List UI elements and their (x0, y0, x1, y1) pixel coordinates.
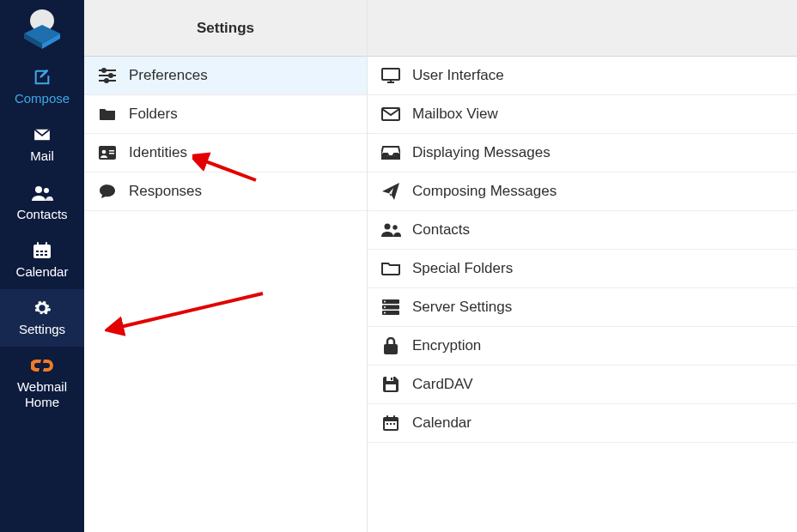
row-label: Preferences (129, 67, 208, 84)
settings-item-folders[interactable]: Folders (84, 95, 367, 134)
inbox-icon (380, 144, 402, 161)
svg-rect-15 (45, 254, 47, 256)
nav-compose[interactable]: Compose (0, 58, 84, 116)
row-label: Encryption (412, 337, 481, 354)
svg-point-19 (109, 74, 113, 77)
pref-item-user-interface[interactable]: User Interface (368, 57, 797, 95)
svg-rect-11 (40, 251, 43, 252)
row-label: Folders (129, 106, 178, 123)
svg-rect-26 (382, 69, 399, 80)
app-logo (0, 0, 84, 58)
row-label: Responses (129, 183, 202, 200)
calendar-small-icon (380, 414, 402, 432)
settings-column-header: Settings (84, 0, 367, 57)
nav-contacts[interactable]: Contacts (0, 174, 84, 232)
nav-label: Webmail Home (17, 379, 67, 409)
settings-item-responses[interactable]: Responses (84, 172, 367, 211)
row-label: Calendar (412, 414, 472, 432)
speech-bubble-icon (96, 183, 119, 200)
svg-point-30 (385, 224, 391, 230)
svg-point-35 (384, 301, 386, 303)
svg-point-36 (384, 306, 386, 308)
pref-item-composing-messages[interactable]: Composing Messages (368, 172, 797, 211)
folder-outline-icon (380, 260, 402, 277)
row-label: Displaying Messages (412, 144, 551, 161)
server-icon (380, 299, 402, 316)
id-card-icon (96, 144, 119, 161)
svg-rect-44 (393, 415, 395, 419)
pref-item-server-settings[interactable]: Server Settings (368, 288, 797, 327)
folder-icon (96, 106, 119, 123)
svg-point-5 (44, 188, 49, 193)
people-icon (380, 221, 402, 239)
contacts-icon (31, 183, 53, 203)
nav-label: Settings (19, 322, 65, 336)
settings-item-identities[interactable]: Identities (84, 134, 367, 172)
svg-point-17 (102, 69, 106, 72)
svg-point-37 (384, 312, 386, 314)
svg-rect-13 (36, 254, 39, 256)
svg-point-31 (392, 225, 397, 229)
nav-label: Contacts (16, 207, 67, 221)
envelope-icon (380, 106, 402, 123)
svg-rect-48 (393, 423, 395, 425)
row-label: Contacts (412, 221, 470, 239)
nav-calendar[interactable]: Calendar (0, 232, 84, 289)
nav-label: Mail (30, 148, 54, 163)
svg-rect-41 (386, 384, 396, 390)
paper-plane-icon (380, 183, 402, 200)
pref-item-special-folders[interactable]: Special Folders (368, 250, 797, 288)
monitor-icon (380, 67, 402, 84)
row-label: Composing Messages (412, 183, 557, 200)
gear-icon (33, 298, 52, 318)
nav-settings[interactable]: Settings (0, 289, 84, 347)
svg-point-4 (35, 186, 42, 193)
app-sidebar: Compose Mail Contacts Calendar (0, 0, 84, 532)
row-label: CardDAV (412, 376, 473, 393)
column-title: Settings (197, 20, 254, 37)
pref-item-displaying-messages[interactable]: Displaying Messages (368, 134, 797, 172)
nav-webmail-home[interactable]: Webmail Home (0, 347, 84, 420)
nav-label: Compose (15, 91, 70, 106)
svg-rect-12 (45, 251, 47, 252)
svg-rect-10 (36, 251, 39, 252)
row-label: Special Folders (412, 260, 513, 277)
preferences-list-column: User Interface Mailbox View Displaying M… (368, 0, 797, 532)
svg-rect-43 (386, 415, 388, 419)
preferences-column-header (368, 0, 797, 57)
svg-rect-8 (37, 242, 39, 246)
nav-label: Calendar (16, 264, 69, 279)
pref-item-encryption[interactable]: Encryption (368, 327, 797, 366)
svg-rect-45 (385, 421, 397, 429)
row-label: Mailbox View (412, 106, 498, 123)
mail-icon (33, 124, 52, 145)
save-icon (380, 376, 402, 393)
row-label: Server Settings (412, 299, 512, 316)
row-label: Identities (129, 144, 187, 161)
calendar-icon (33, 240, 52, 261)
svg-rect-25 (109, 153, 114, 154)
compose-icon (33, 67, 52, 88)
pref-item-mailbox-view[interactable]: Mailbox View (368, 95, 797, 134)
lock-icon (380, 337, 402, 354)
svg-point-21 (105, 79, 108, 82)
cpanel-icon (31, 355, 53, 376)
svg-rect-14 (40, 254, 43, 256)
svg-rect-38 (384, 344, 398, 354)
row-label: User Interface (412, 67, 504, 84)
settings-sections-column: Settings Preferences Folders Identities … (84, 0, 368, 532)
pref-item-calendar[interactable]: Calendar (368, 404, 797, 443)
svg-rect-24 (109, 150, 114, 152)
sliders-icon (96, 67, 119, 84)
svg-rect-47 (390, 423, 392, 425)
pref-item-contacts[interactable]: Contacts (368, 211, 797, 250)
settings-item-preferences[interactable]: Preferences (84, 57, 367, 95)
nav-mail[interactable]: Mail (0, 116, 84, 173)
svg-rect-46 (386, 423, 388, 425)
svg-rect-40 (391, 378, 392, 380)
svg-rect-9 (46, 242, 47, 246)
svg-point-23 (102, 150, 106, 154)
pref-item-carddav[interactable]: CardDAV (368, 366, 797, 404)
